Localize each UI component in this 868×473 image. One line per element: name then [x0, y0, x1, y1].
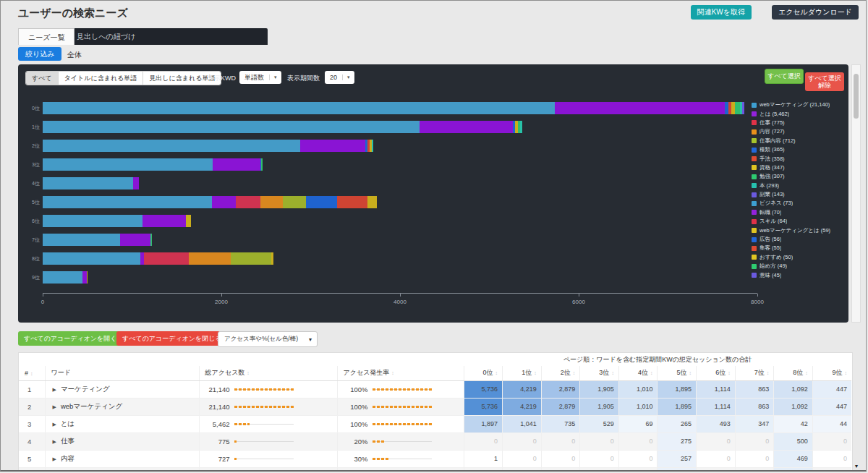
bar-segment-webマーケティング[interactable]: [43, 196, 212, 208]
bar-segment-資格[interactable]: [367, 196, 376, 208]
legend-item[interactable]: 広告 (56): [752, 235, 844, 244]
legend-item[interactable]: おすすめ (50): [752, 253, 844, 262]
bar-7位[interactable]: 7位: [43, 234, 757, 246]
keyword-cell[interactable]: ▶内容: [45, 450, 199, 467]
legend-item[interactable]: ビジネス (73): [752, 199, 844, 208]
col-header-word[interactable]: ワード: [45, 366, 199, 380]
bar-segment-とは[interactable]: [120, 234, 151, 246]
accordion-caret-icon[interactable]: ▶: [53, 404, 56, 409]
bar-segment-webマーケティング[interactable]: [43, 102, 555, 114]
col-header-rank-1位[interactable]: 1位↕: [503, 366, 542, 380]
keyword-cell[interactable]: ▶仕事内容: [45, 467, 199, 472]
get-related-kw-button[interactable]: 関連KWを取得: [691, 5, 752, 20]
legend-item[interactable]: 副業 (143): [752, 190, 844, 199]
select-all-button[interactable]: すべて選択: [765, 69, 804, 84]
bar-segment-内容[interactable]: [260, 196, 284, 208]
bar-segment-仕事内容[interactable]: [231, 252, 272, 265]
col-header-rank-7位[interactable]: 7位↕: [735, 366, 774, 380]
col-header-rank-8位[interactable]: 8位↕: [774, 366, 813, 380]
col-header-rank-0位[interactable]: 0位↕: [464, 366, 503, 380]
legend-item[interactable]: webマーケティング (21,140): [752, 101, 844, 109]
deselect-all-button[interactable]: すべて選択解除: [805, 72, 844, 91]
bar-segment-webマーケティング[interactable]: [43, 140, 300, 152]
col-header-rank-4位[interactable]: 4位↕: [618, 366, 658, 380]
legend-item[interactable]: 意味 (45): [752, 270, 844, 279]
bar-segment-勉強[interactable]: [261, 158, 262, 171]
bar-segment-種類[interactable]: [306, 196, 337, 208]
bar-segment-仕事[interactable]: [144, 252, 189, 265]
bar-3位[interactable]: 3位: [43, 158, 757, 171]
chart-scrollbar[interactable]: [851, 64, 861, 323]
keyword-cell[interactable]: ▶仕事: [45, 432, 199, 450]
col-header-rate[interactable]: アクセス発生率↕: [337, 366, 464, 380]
bar-segment-内容[interactable]: [189, 252, 231, 265]
bar-segment-とは[interactable]: [212, 196, 236, 208]
legend-item[interactable]: 本 (293): [752, 182, 844, 190]
legend-item[interactable]: 内容 (727): [752, 127, 844, 136]
bar-segment-とは[interactable]: [420, 121, 513, 133]
bar-segment-勉強[interactable]: [150, 234, 152, 246]
bar-4位[interactable]: 4位: [43, 177, 757, 189]
excel-download-button[interactable]: エクセルダウンロード: [772, 5, 859, 20]
bar-5位[interactable]: 5位: [43, 196, 757, 208]
filter-button[interactable]: 絞り込み: [18, 47, 61, 61]
bar-segment-仕事[interactable]: [236, 196, 260, 208]
bar-segment-とは[interactable]: [300, 140, 366, 152]
col-header-rank-3位[interactable]: 3位↕: [580, 366, 619, 380]
bar-8位[interactable]: 8位: [43, 252, 757, 265]
accordion-caret-icon[interactable]: ▶: [53, 456, 56, 461]
legend-item[interactable]: 始め方 (49): [752, 262, 844, 270]
bar-9位[interactable]: 9位: [43, 271, 757, 284]
legend-item[interactable]: 仕事内容 (712): [752, 137, 844, 145]
col-header-rank-9位[interactable]: 9位↕: [812, 366, 851, 380]
bar-segment-仕事内容[interactable]: [283, 196, 305, 208]
bar-1位[interactable]: 1位: [43, 121, 757, 133]
table-sort-select[interactable]: アクセス率や%(セル色/棒) ▾: [218, 331, 318, 347]
chart-scrollbar-thumb[interactable]: [854, 74, 859, 119]
bar-0位[interactable]: 0位: [43, 102, 757, 114]
bar-segment-資格[interactable]: [87, 271, 88, 284]
legend-item[interactable]: webマーケティングとは (59): [752, 226, 844, 234]
bar-segment-とは[interactable]: [555, 102, 724, 114]
keyword-cell[interactable]: ▶とは: [45, 415, 199, 432]
bar-6位[interactable]: 6位: [43, 215, 757, 227]
tab-heading-link[interactable]: 見出しへの紐づけ: [67, 28, 145, 45]
legend-item[interactable]: 種類 (365): [752, 145, 844, 154]
scope-title-words-button[interactable]: タイトルに含まれる単語: [59, 72, 144, 85]
bar-segment-webマーケティング[interactable]: [43, 252, 140, 265]
accordion-caret-icon[interactable]: ▶: [53, 422, 56, 427]
scope-all-button[interactable]: すべて: [26, 72, 59, 85]
col-header-total[interactable]: 総アクセス数↕: [199, 366, 337, 380]
accordion-caret-icon[interactable]: ▶: [53, 439, 56, 444]
bar-segment-副業[interactable]: [742, 102, 744, 114]
keyword-cell[interactable]: ▶webマーケティング: [45, 398, 199, 415]
col-header-rank-2位[interactable]: 2位↕: [541, 366, 580, 380]
legend-item[interactable]: 資格 (347): [752, 163, 844, 172]
legend-item[interactable]: 勉強 (307): [752, 172, 844, 181]
bar-segment-webマーケティング[interactable]: [43, 158, 213, 171]
bar-segment-とは[interactable]: [213, 158, 260, 171]
bar-segment-資格[interactable]: [271, 252, 273, 265]
bar-2位[interactable]: 2位: [43, 140, 757, 152]
bar-segment-集客[interactable]: [520, 121, 522, 133]
legend-item[interactable]: 転職 (70): [752, 208, 844, 217]
col-header-num[interactable]: #↕: [19, 366, 45, 380]
legend-item[interactable]: スキル (64): [752, 217, 844, 226]
keyword-cell[interactable]: ▶マーケティング: [45, 380, 199, 398]
legend-item[interactable]: とは (5,462): [752, 109, 844, 118]
bar-segment-webマーケティング[interactable]: [43, 121, 420, 133]
accordion-caret-icon[interactable]: ▶: [53, 387, 56, 392]
bar-segment-webマーケティング[interactable]: [43, 271, 82, 284]
close-all-accordions-button[interactable]: すべてのアコーディオンを閉じる: [116, 331, 228, 346]
legend-item[interactable]: 手法 (358): [752, 154, 844, 163]
bar-segment-資格[interactable]: [186, 215, 190, 227]
bar-segment-webマーケティング[interactable]: [43, 215, 142, 227]
legend-item[interactable]: 仕事 (775): [752, 119, 844, 127]
bar-segment-集客[interactable]: [372, 140, 373, 152]
kwd-select[interactable]: 単語数 ▾: [239, 71, 281, 84]
col-header-rank-6位[interactable]: 6位↕: [697, 366, 736, 380]
bar-segment-webマーケティング[interactable]: [43, 177, 133, 189]
bar-segment-とは[interactable]: [142, 215, 187, 227]
legend-item[interactable]: 集客 (55): [752, 244, 844, 252]
bar-segment-webマーケティング[interactable]: [43, 234, 120, 246]
